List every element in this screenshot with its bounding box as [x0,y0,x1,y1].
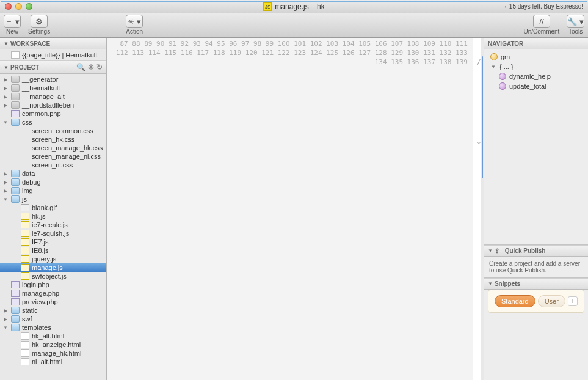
folder-icon [11,307,20,314]
gear-icon[interactable]: ✳ [88,63,94,71]
new-button[interactable]: ＋ ▾ [4,15,21,28]
action-button[interactable]: ✳ ▾ [126,15,143,28]
action-label: Action [126,28,143,35]
refresh-icon[interactable]: ↻ [96,63,103,71]
tree-item-label: ie7-recalc.js [32,221,68,228]
trial-notice[interactable]: → 15 days left. Buy Espresso! [501,3,583,10]
project-heading[interactable]: ▼ PROJECT 🔍 ✳ ↻ [0,60,106,74]
tree-item[interactable]: swf [0,315,106,323]
code-area[interactable]: bottom -= overflow; } /* // Height of wi… [473,38,481,380]
tree-item[interactable]: hk_alt.html [0,332,106,340]
tree-item[interactable]: common.php [0,109,106,118]
tools-label: Tools [568,28,583,35]
tree-item-label: static [22,307,38,314]
tree-item[interactable]: jquery.js [0,255,106,263]
html-icon [21,358,29,365]
tree-item-label: __heimatkult [22,84,60,92]
js-icon [21,264,29,271]
tree-item-label: css [22,119,32,126]
snippets-heading[interactable]: ▼ Snippets [484,278,588,290]
tree-item[interactable]: ie7-squish.js [0,229,106,238]
tree-item-label: debug [22,178,41,186]
disclosure-icon[interactable] [2,316,9,322]
project-tree: __generator__heimatkult__manage_alt__nor… [0,74,106,367]
tree-item[interactable]: manage_hk.html [0,349,106,357]
tree-item-label: preview.php [22,298,58,305]
blob-v-icon [499,73,506,80]
tree-item[interactable]: swfobject.js [0,272,106,280]
disclosure-icon[interactable] [2,103,9,108]
tree-item[interactable]: manage.js [0,263,106,272]
disclosure-icon[interactable] [2,94,9,100]
js-icon [21,272,29,280]
tree-item[interactable]: debug [0,178,106,186]
search-icon[interactable]: 🔍 [76,63,85,71]
tree-item[interactable]: __nordstadtleben [0,101,106,109]
tree-item[interactable]: login.php [0,280,106,289]
tree-item[interactable]: __heimatkult [0,84,106,92]
folder-dim-icon [11,84,20,92]
tree-item[interactable]: screen_nl.css [0,161,106,169]
navigator-label: dynamic_help [509,73,551,80]
tree-item[interactable]: __generator [0,75,106,84]
disclosure-icon[interactable] [2,171,9,177]
disclosure-icon[interactable] [2,308,9,313]
disclosure-icon[interactable] [2,86,9,91]
vertical-scrollbar[interactable] [481,38,484,380]
code-editor[interactable]: 87 88 89 90 91 92 93 94 95 96 97 98 99 1… [107,38,484,380]
tree-item[interactable]: screen_common.css [0,126,106,135]
disclosure-icon[interactable] [2,77,9,82]
tree-item[interactable]: img [0,186,106,195]
tree-item[interactable]: js [0,195,106,203]
disclosure-icon[interactable] [2,180,9,185]
scroll-thumb[interactable] [482,56,483,178]
navigator-item[interactable]: dynamic_help [484,71,588,81]
disclosure-icon[interactable] [2,188,9,194]
right-sidebar: NAVIGATOR gm{ ... }dynamic_helpupdate_to… [484,38,588,380]
tree-item[interactable]: IE7.js [0,238,106,246]
tree-item[interactable]: hk.js [0,212,106,221]
tree-item[interactable]: nl_alt.html [0,357,106,366]
tree-item-label: img [22,187,33,194]
tree-item[interactable]: data [0,169,106,178]
tree-item[interactable]: templates [0,323,106,332]
navigator-label: update_total [509,82,546,90]
php-icon [11,298,20,305]
tree-item-label: jquery.js [32,255,56,263]
disclosure-icon[interactable] [2,325,9,331]
tree-item-label: __manage_alt [22,93,65,100]
navigator-item[interactable]: update_total [484,81,588,91]
navigator-item[interactable]: gm [484,52,588,62]
workspace-item[interactable]: {{page_title}} | Heimatkult [0,51,106,59]
disclosure-icon[interactable] [2,120,9,125]
navigator-item[interactable]: { ... } [484,62,588,71]
disclosure-icon[interactable] [2,197,9,202]
tree-item[interactable]: blank.gif [0,203,106,212]
tools-button[interactable]: 🔧 ▾ [567,15,584,28]
tree-item[interactable]: ie7-recalc.js [0,221,106,229]
add-snippet-button[interactable]: + [568,296,578,306]
snippets-tab-standard[interactable]: Standard [495,295,535,307]
quick-publish-heading[interactable]: ▼ ⇪ Quick Publish [484,245,588,257]
tree-item-label: swfobject.js [32,272,67,280]
tree-item[interactable]: manage.php [0,289,106,298]
snippets-tab-user[interactable]: User [538,295,565,307]
tree-item[interactable]: IE8.js [0,246,106,255]
navigator-label: gm [501,53,510,60]
tree-item[interactable]: screen_manage_hk.css [0,144,106,152]
settings-button[interactable]: ⚙ [31,15,48,28]
tree-item[interactable]: preview.php [0,298,106,306]
tree-item[interactable]: static [0,306,106,315]
tree-item-label: hk_alt.html [32,332,64,340]
folder-dim-icon [11,76,20,83]
tree-item[interactable]: hk_anzeige.html [0,340,106,349]
tree-item-label: templates [22,324,51,331]
tree-item[interactable]: __manage_alt [0,92,106,101]
uncomment-button[interactable]: // [533,15,550,28]
navigator-heading[interactable]: NAVIGATOR [484,38,588,49]
tree-item[interactable]: screen_hk.css [0,135,106,144]
tree-item[interactable]: screen_manage_nl.css [0,152,106,161]
settings-label: Settings [28,28,50,35]
tree-item[interactable]: css [0,118,106,126]
workspace-heading[interactable]: ▼ WORKSPACE [0,38,106,49]
